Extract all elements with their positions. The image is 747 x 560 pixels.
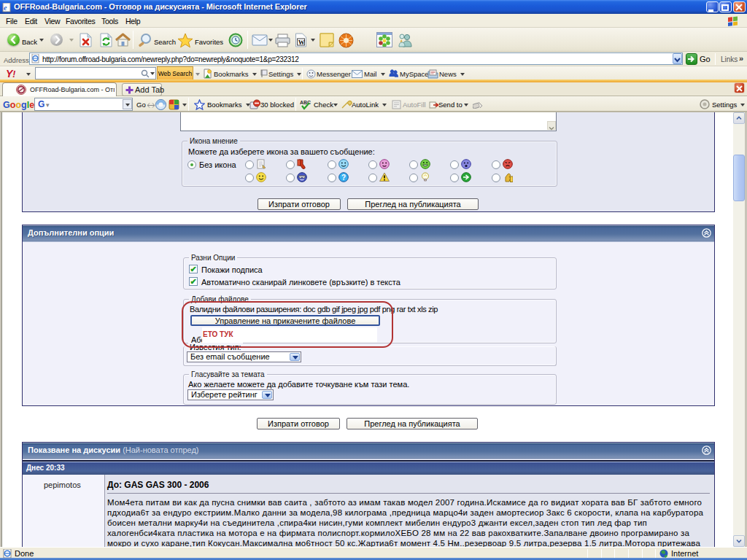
svg-text:?: ?	[341, 174, 346, 182]
svg-text:W: W	[298, 39, 305, 46]
svg-text:e: e	[4, 4, 7, 12]
svg-text:ABC: ABC	[300, 100, 311, 105]
